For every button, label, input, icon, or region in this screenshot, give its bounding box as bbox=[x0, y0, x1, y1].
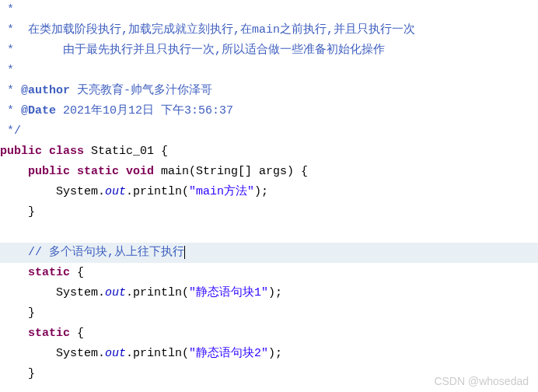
token-method: ); bbox=[268, 286, 282, 299]
code-editor: * * 在类加载阶段执行,加载完成就立刻执行,在main之前执行,并且只执行一次… bbox=[0, 0, 538, 392]
token-method: ); bbox=[254, 185, 268, 198]
code-line[interactable]: */ bbox=[0, 121, 538, 142]
code-line[interactable]: public static void main(String[] args) { bbox=[0, 162, 538, 182]
code-line[interactable]: * 由于最先执行并且只执行一次,所以适合做一些准备初始化操作 bbox=[0, 40, 538, 61]
token-type: Static_01 { bbox=[84, 145, 168, 158]
code-line[interactable]: static { bbox=[0, 263, 538, 283]
token-static-italic: out bbox=[105, 347, 126, 360]
token-comment: */ bbox=[7, 124, 21, 138]
token-comment: * bbox=[7, 84, 21, 97]
token-comment: 2021年10月12日 下午3:56:37 bbox=[56, 104, 233, 117]
code-line[interactable]: public class Static_01 { bbox=[0, 142, 538, 162]
token-method: { bbox=[70, 327, 84, 340]
token-keyword: public static void bbox=[28, 165, 154, 178]
token-static-italic: out bbox=[105, 286, 126, 299]
token-comment: * bbox=[7, 64, 14, 77]
code-area[interactable]: * * 在类加载阶段执行,加载完成就立刻执行,在main之前执行,并且只执行一次… bbox=[0, 0, 538, 392]
token-comment: * 在类加载阶段执行,加载完成就立刻执行,在main之前执行,并且只执行一次 bbox=[7, 23, 415, 37]
code-line[interactable] bbox=[0, 222, 538, 243]
token-method: .println( bbox=[126, 347, 189, 360]
code-line[interactable]: * bbox=[0, 61, 538, 81]
token-method: System. bbox=[56, 347, 105, 360]
code-line[interactable]: } bbox=[0, 202, 538, 222]
token-string: "main方法" bbox=[189, 185, 254, 198]
code-line[interactable]: * 在类加载阶段执行,加载完成就立刻执行,在main之前执行,并且只执行一次 bbox=[0, 20, 538, 40]
token-string: "静态语句块2" bbox=[189, 347, 268, 360]
token-comment: * bbox=[7, 104, 21, 117]
token-tag: @Date bbox=[21, 104, 56, 117]
code-line[interactable]: // 多个语句块,从上往下执行 bbox=[0, 243, 538, 263]
token-comment: * bbox=[7, 3, 14, 16]
token-method: } bbox=[28, 205, 35, 219]
token-method: System. bbox=[56, 286, 105, 299]
code-line[interactable]: * bbox=[0, 0, 538, 20]
token-static-italic: out bbox=[105, 185, 126, 198]
code-line[interactable]: static { bbox=[0, 324, 538, 344]
token-keyword: static bbox=[28, 266, 70, 279]
token-tag: @author bbox=[21, 84, 70, 97]
token-keyword: static bbox=[28, 327, 70, 340]
code-line[interactable]: * @Date 2021年10月12日 下午3:56:37 bbox=[0, 101, 538, 121]
token-method: ); bbox=[268, 347, 282, 360]
token-string: "静态语句块1" bbox=[189, 286, 268, 299]
code-line[interactable]: System.out.println("静态语句块2"); bbox=[0, 344, 538, 364]
token-keyword: public class bbox=[0, 145, 84, 158]
text-cursor bbox=[184, 246, 185, 259]
token-method: System. bbox=[56, 185, 105, 198]
token-comment: * 由于最先执行并且只执行一次,所以适合做一些准备初始化操作 bbox=[7, 44, 385, 57]
code-line[interactable]: System.out.println("静态语句块1"); bbox=[0, 283, 538, 303]
token-method: .println( bbox=[126, 185, 189, 198]
token-method: main(String[] args) { bbox=[154, 165, 308, 178]
token-comment: // 多个语句块,从上往下执行 bbox=[28, 246, 184, 259]
token-method: } bbox=[28, 367, 35, 380]
code-line[interactable]: } bbox=[0, 303, 538, 324]
code-line[interactable]: System.out.println("main方法"); bbox=[0, 182, 538, 202]
watermark: CSDN @whosedad bbox=[434, 375, 529, 387]
token-method: } bbox=[28, 306, 35, 320]
token-method: .println( bbox=[126, 286, 189, 299]
token-comment: 天亮教育-帅气多汁你泽哥 bbox=[70, 84, 212, 97]
token-method: { bbox=[70, 266, 84, 279]
code-line[interactable]: * @author 天亮教育-帅气多汁你泽哥 bbox=[0, 81, 538, 101]
